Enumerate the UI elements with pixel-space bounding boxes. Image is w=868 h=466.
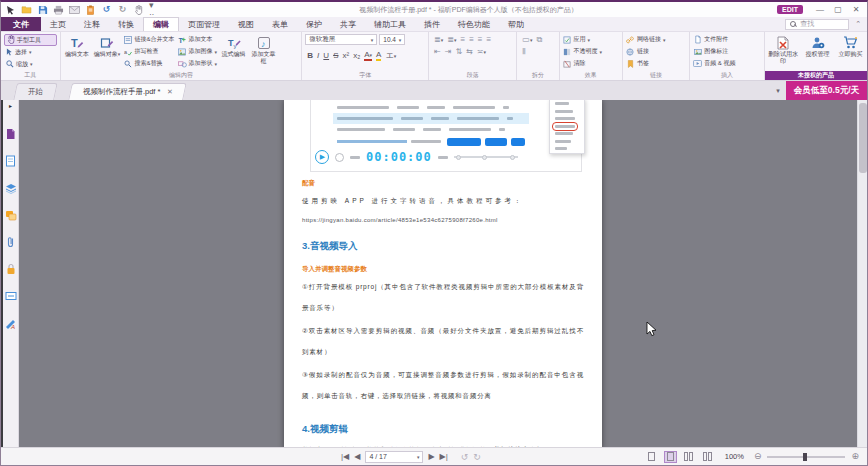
bookmark-button[interactable]: 书签 xyxy=(626,58,686,69)
superscript-button[interactable]: x² xyxy=(342,52,349,60)
comments-panel-icon[interactable] xyxy=(4,208,18,222)
membership-promo-banner[interactable]: 会员低至0.5元/天 xyxy=(786,81,867,100)
font-size-select[interactable]: 10.4▾ xyxy=(379,34,405,45)
open-folder-icon[interactable] xyxy=(21,4,32,15)
audio-video-button[interactable]: 音频 & 视频 xyxy=(693,58,761,69)
add-image-button[interactable]: 添加图像▾ xyxy=(178,46,218,57)
edit-text-button[interactable]: T 编辑文本 xyxy=(64,34,91,58)
scrollbar-thumb[interactable] xyxy=(859,103,867,173)
close-tab-icon[interactable]: ✕ xyxy=(166,88,172,96)
vertical-scrollbar[interactable] xyxy=(857,100,867,450)
align-left-icon[interactable]: ≡ xyxy=(460,36,465,44)
panel-expand-icon[interactable]: ▸ xyxy=(9,102,12,114)
zoom-slider-knob[interactable] xyxy=(803,453,807,461)
link-join-text-button[interactable]: 链接&合并文本 xyxy=(124,34,175,45)
security-panel-icon[interactable] xyxy=(4,262,18,276)
page-number-input[interactable]: 4 / 17 ▾ xyxy=(365,451,423,463)
add-text-button[interactable]: T添加文本 xyxy=(178,34,218,45)
italic-button[interactable]: I xyxy=(317,52,319,60)
reflow-edit-button[interactable]: Ty 流式编辑 xyxy=(220,34,247,58)
spell-check-button[interactable]: a拼写检查 xyxy=(124,46,175,57)
start-tab[interactable]: 开始 xyxy=(13,83,58,100)
image-annotation-button[interactable]: 图像标注 xyxy=(693,46,761,57)
tab-help[interactable]: 帮助 xyxy=(499,17,533,31)
paragraph-more-icon[interactable]: ≍▾ xyxy=(477,48,486,56)
thumbnails-panel-icon[interactable] xyxy=(4,154,18,168)
weblink-button[interactable]: 网络链接▾ xyxy=(626,34,686,45)
fields-panel-icon[interactable] xyxy=(4,289,18,303)
layers-panel-icon[interactable] xyxy=(4,181,18,195)
remove-watermark-button[interactable]: 删除试用水印 xyxy=(768,34,798,65)
add-article-box-button[interactable]: ♪ 添加文章框 xyxy=(250,34,277,65)
underline-button[interactable]: U xyxy=(323,52,329,60)
text-style-button[interactable]: エ▾ xyxy=(385,52,396,60)
print-icon[interactable] xyxy=(53,4,64,15)
clear-effect-button[interactable]: 清除 xyxy=(563,58,619,69)
highlight-color-button[interactable]: A xyxy=(376,51,381,61)
previous-page-icon[interactable]: ◀ xyxy=(354,453,360,461)
maximize-button[interactable]: ▢ xyxy=(829,4,847,16)
clipboard-icon[interactable] xyxy=(85,4,96,15)
search-replace-button[interactable]: 搜索&替换 xyxy=(124,58,175,69)
align-center-icon[interactable]: ≡ xyxy=(469,36,474,44)
attachments-panel-icon[interactable] xyxy=(4,235,18,249)
signature-panel-icon[interactable]: A xyxy=(4,316,18,330)
undo-icon[interactable]: ↺ xyxy=(101,4,112,15)
next-view-icon[interactable]: ↻ xyxy=(473,452,481,462)
single-page-view-icon[interactable] xyxy=(645,451,658,463)
license-manage-button[interactable]: 授权管理 xyxy=(804,34,831,58)
last-page-icon[interactable]: ▶| xyxy=(440,453,448,461)
zoom-out-icon[interactable]: ⊖ xyxy=(754,452,762,461)
next-page-icon[interactable]: ▶ xyxy=(428,453,434,461)
tab-accessibility[interactable]: 辅助工具 xyxy=(365,17,415,31)
tab-share[interactable]: 共享 xyxy=(331,17,365,31)
hand-tool-button[interactable]: 手型工具 xyxy=(4,34,57,46)
search-input[interactable]: 查找 xyxy=(785,19,849,30)
line-spacing-icon[interactable]: ⇅ xyxy=(455,48,462,56)
split-horizontal-icon[interactable]: ▭▾ xyxy=(522,36,532,44)
tab-list-caret-icon[interactable]: ▾ xyxy=(776,87,780,95)
decrease-indent-icon[interactable]: ⇤ xyxy=(434,48,441,56)
link-button[interactable]: 链接 xyxy=(626,46,686,57)
bookmarks-panel-icon[interactable] xyxy=(4,127,18,141)
zoom-tool-button[interactable]: 缩放▾ xyxy=(4,58,57,70)
bold-button[interactable]: B xyxy=(307,52,313,60)
tab-view[interactable]: 视图 xyxy=(229,17,263,31)
tab-page-manage[interactable]: 页面管理 xyxy=(179,17,229,31)
app-logo-icon[interactable] xyxy=(5,4,16,15)
save-icon[interactable] xyxy=(37,4,48,15)
char-spacing-icon[interactable]: ⇆ xyxy=(466,48,473,56)
zoom-slider[interactable] xyxy=(767,456,845,458)
tab-protect[interactable]: 保护 xyxy=(297,17,331,31)
font-name-select[interactable]: 微软雅黑▾ xyxy=(305,34,377,45)
continuous-facing-view-icon[interactable] xyxy=(702,451,715,463)
facing-view-icon[interactable] xyxy=(683,451,696,463)
split-columns-icon[interactable]: ⫴ xyxy=(522,48,525,56)
file-menu-button[interactable]: 文件 xyxy=(1,17,41,31)
strikethrough-button[interactable]: S xyxy=(333,52,338,60)
align-justify-icon[interactable]: ≡ xyxy=(486,36,491,44)
tab-home[interactable]: 主页 xyxy=(41,17,75,31)
previous-view-icon[interactable]: ↺ xyxy=(461,452,469,462)
numbered-list-icon[interactable]: ≣▾ xyxy=(447,36,456,44)
tab-convert[interactable]: 转换 xyxy=(109,17,143,31)
tab-form[interactable]: 表单 xyxy=(263,17,297,31)
buy-now-button[interactable]: 立即购买 xyxy=(837,34,864,58)
hand-tool-icon[interactable] xyxy=(133,4,144,15)
select-tool-button[interactable]: 选择▾ xyxy=(4,46,57,58)
tab-edit[interactable]: 编辑 xyxy=(143,17,179,31)
collapse-ribbon-icon[interactable]: ⌃ xyxy=(855,20,861,28)
tab-plugin[interactable]: 插件 xyxy=(415,17,449,31)
document-view[interactable]: ▶ 00:00:00 xyxy=(19,100,867,450)
add-shape-button[interactable]: 添加形状▾ xyxy=(178,58,218,69)
increase-indent-icon[interactable]: ⇥ xyxy=(445,48,452,56)
redo-icon[interactable]: ↻ xyxy=(117,4,128,15)
bullet-list-icon[interactable]: ≣▾ xyxy=(434,36,443,44)
tutorial-url[interactable]: https://jingyan.baidu.com/article/4853e1… xyxy=(302,217,584,223)
first-page-icon[interactable]: |◀ xyxy=(341,453,349,461)
file-attachment-button[interactable]: 文件附件 xyxy=(693,34,761,45)
email-icon[interactable] xyxy=(69,4,80,15)
tab-features[interactable]: 特色功能 xyxy=(449,17,499,31)
subscript-button[interactable]: x₂ xyxy=(353,52,360,60)
close-button[interactable]: ✕ xyxy=(847,4,865,16)
